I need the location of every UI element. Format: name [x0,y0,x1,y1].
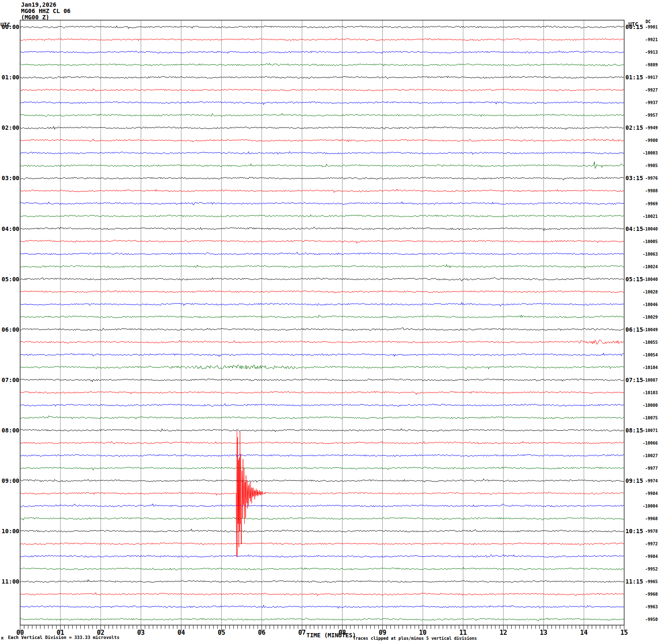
row-dc-value: -9969 [638,202,658,206]
trace-row-20 [20,277,624,281]
trace-row-18 [20,252,624,255]
row-dc-value: -10071 [638,428,658,433]
row-dc-value: -10003 [638,151,658,155]
row-utc-left-label: 01:00 [0,74,19,81]
row-dc-value: -10063 [638,252,658,257]
row-dc-value: -10040 [638,277,658,282]
helicorder-plot [0,0,659,644]
trace-row-16 [20,227,624,231]
x-axis-title: TIME (MINUTES) [306,632,356,639]
trace-row-41 [20,543,624,546]
trace-row-15 [20,215,624,217]
row-dc-value: -9937 [638,100,658,105]
trace-row-46 [20,605,624,609]
row-dc-value: -10080 [638,403,658,408]
trace-row-35 [20,467,624,470]
trace-row-10 [20,152,624,154]
trace-row-33 [20,441,624,444]
trace-row-13 [20,189,624,192]
trace-row-11 [20,162,624,168]
row-dc-value: -10005 [638,239,658,244]
trace-row-6 [20,102,624,105]
trace-row-23 [20,315,624,318]
trace-row-42 [20,555,624,558]
row-dc-value: -10103 [638,390,658,395]
trace-row-7 [20,113,624,117]
x-tick-label: 13 [538,629,549,636]
trace-row-2 [20,51,624,54]
row-dc-value: -9949 [638,126,658,130]
row-utc-left-label: 02:00 [0,124,19,131]
trace-row-45 [20,593,624,596]
row-dc-value: -9917 [638,75,658,80]
trace-row-25 [20,340,624,345]
trace-row-0 [20,26,624,29]
trace-row-1 [20,38,624,41]
row-dc-value: -9968 [638,516,658,521]
row-utc-left-label: 08:00 [0,427,19,434]
row-dc-value: -10024 [638,264,658,269]
row-dc-value: -9950 [638,617,658,622]
row-dc-value: -9978 [638,529,658,534]
row-utc-left-label: 04:00 [0,225,19,232]
trace-row-44 [20,580,624,583]
row-dc-value: -10054 [638,353,658,357]
row-dc-value: -9913 [638,50,658,55]
row-dc-value: -10066 [638,441,658,445]
row-utc-left-label: 07:00 [0,377,19,383]
row-dc-value: -10029 [638,315,658,319]
helicorder-page: Jan19,2026 MG06 HHZ CL 06 (MG00 Z) UTC U… [0,0,659,644]
trace-row-40 [20,529,624,532]
row-dc-value: -9988 [638,188,658,193]
row-dc-value: -9984 [638,491,658,496]
x-tick-label: 11 [457,629,469,636]
row-dc-value: -9984 [638,554,658,559]
row-utc-left-label: 09:00 [0,477,19,484]
trace-row-27 [20,365,624,369]
row-dc-value: -9976 [638,176,658,181]
x-tick-label: 12 [497,629,509,636]
row-utc-left-label: 03:00 [0,175,19,181]
row-utc-left-label: 05:00 [0,276,19,283]
footer-scale-note: Each Vertical Division = 333.33 microvol… [8,635,120,640]
x-tick-label: 04 [175,629,187,636]
trace-row-47 [20,618,624,621]
row-dc-value: -9901 [638,25,658,29]
row-dc-value: -9957 [638,113,658,118]
trace-row-31 [20,416,624,419]
row-dc-value: -9972 [638,542,658,546]
x-tick-label: 10 [417,629,429,636]
trace-row-32 [20,429,624,432]
trace-row-4 [20,76,624,79]
row-dc-value: -10028 [638,290,658,294]
trace-row-8 [20,126,624,130]
row-dc-value: -10087 [638,378,658,382]
row-dc-value: -9927 [638,88,658,92]
trace-row-24 [20,327,624,331]
trace-row-12 [20,177,624,180]
row-dc-value: -9985 [638,163,658,168]
row-dc-value: -9974 [638,479,658,483]
trace-row-29 [20,391,624,395]
row-dc-value: -9980 [638,138,658,143]
corner-mark: M [1,637,3,641]
plot-frame [20,20,624,625]
footer-clip-note: Traces clipped at plus/minus 5 vertical … [353,636,477,641]
trace-row-22 [20,303,624,306]
row-utc-left-label: 11:00 [0,578,19,585]
trace-row-38 [20,504,624,507]
row-dc-value: -9963 [638,605,658,609]
row-dc-value: -9889 [638,63,658,67]
row-dc-value: -9965 [638,579,658,584]
row-dc-value: -10049 [638,327,658,332]
row-dc-value: -10046 [638,302,658,307]
row-dc-value: -10004 [638,504,658,508]
row-dc-value: -10027 [638,453,658,458]
row-utc-left-label: 10:00 [0,528,19,534]
x-tick-label: 05 [216,629,228,636]
trace-row-21 [20,291,624,293]
trace-row-9 [20,139,624,142]
x-tick-label: 15 [618,629,630,636]
row-dc-value: -9952 [638,567,658,571]
x-tick-label: 09 [377,629,388,636]
